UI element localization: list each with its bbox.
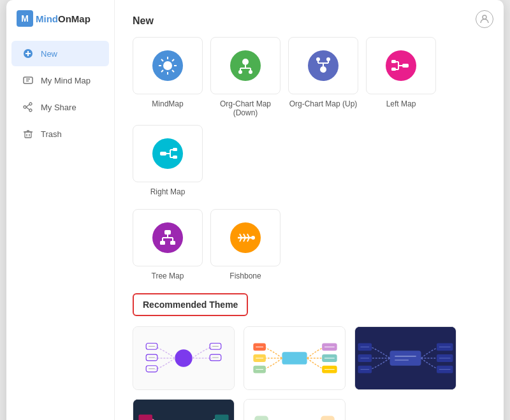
svg-rect-73 [282,352,307,365]
template-icon-wrap-tree-map [133,209,203,266]
svg-rect-3 [24,77,33,83]
svg-point-23 [249,70,252,74]
trash-icon [22,127,34,140]
fishbone-label: Fishbone [229,272,261,280]
template-card-right-map[interactable]: Right Map [133,125,203,196]
svg-point-17 [242,59,249,65]
left-map-icon [386,50,416,81]
sidebar-item-my-mind-map[interactable]: My Mind Map [11,68,109,93]
svg-rect-44 [173,156,177,159]
logo: M MindOnMap [6,10,114,40]
template-card-tree-map[interactable]: Tree Map [133,209,203,280]
section-new-title: New [133,15,486,27]
template-icon-wrap-org-up [288,37,358,94]
template-icon-wrap-fishbone [210,209,280,266]
svg-point-8 [24,106,26,108]
template-icon-wrap-right-map [133,125,203,182]
svg-point-6 [29,103,32,105]
recommended-theme-label: Recommended Theme [143,300,238,310]
right-map-icon [152,138,183,169]
org-down-icon [230,50,261,81]
template-card-left-map[interactable]: Left Map [366,37,436,117]
sidebar-item-trash[interactable]: Trash [11,121,109,147]
template-icon-wrap-org-down [210,37,280,94]
sidebar-item-trash-label: Trash [41,129,62,139]
svg-rect-87 [390,351,421,366]
svg-rect-106 [138,415,152,420]
sidebar-item-my-share[interactable]: My Share [11,94,109,120]
template-grid-row2: Tree Map [133,209,486,280]
theme-card-4[interactable] [133,399,235,420]
sidebar-item-new[interactable]: New [11,41,109,66]
org-up-label: Org-Chart Map (Up) [289,99,358,108]
left-map-label: Left Map [386,99,416,108]
right-map-label: Right Map [150,187,186,196]
svg-point-16 [163,61,172,70]
new-icon [22,47,34,60]
svg-point-7 [29,109,32,112]
logo-icon: M [17,10,33,27]
main-content: New [115,0,504,420]
org-down-label: Org-Chart Map (Down) [220,99,271,117]
svg-line-9 [26,105,29,107]
svg-rect-38 [160,152,166,156]
svg-point-22 [238,70,242,74]
svg-rect-50 [160,241,165,245]
mindmap-icon [152,50,183,81]
theme-card-3[interactable] [354,326,456,390]
org-up-icon [308,50,339,81]
svg-rect-36 [391,60,396,63]
mindmap-label: MindMap [152,99,183,108]
template-grid: MindMap [133,37,486,196]
sidebar-item-my-share-label: My Share [41,103,76,112]
template-card-org-down[interactable]: Org-Chart Map (Down) [210,37,280,117]
template-card-org-up[interactable]: Org-Chart Map (Up) [288,37,358,117]
svg-rect-31 [402,64,409,68]
tree-map-icon [152,222,183,253]
svg-point-61 [175,349,192,366]
recommended-theme-header: Recommended Theme [133,293,248,316]
my-mind-map-icon [22,74,34,87]
user-avatar[interactable] [476,10,493,28]
logo-text: MindOnMap [36,13,91,24]
tree-map-label: Tree Map [152,272,184,280]
template-card-mindmap[interactable]: MindMap [133,37,203,117]
svg-rect-11 [25,132,31,138]
fishbone-icon [230,222,261,253]
sidebar-item-my-mind-map-label: My Mind Map [41,76,91,85]
template-card-fishbone[interactable]: Fishbone [210,209,280,280]
theme-card-2[interactable] [244,326,346,390]
svg-point-29 [316,57,320,61]
svg-rect-43 [173,148,177,151]
theme-card-1[interactable] [133,326,235,390]
template-icon-wrap-left-map [366,37,436,94]
app-window: M MindOnMap New [6,0,504,420]
svg-line-10 [26,107,29,110]
svg-rect-51 [170,241,175,245]
sidebar-item-new-label: New [41,49,57,59]
svg-point-30 [326,57,330,61]
my-share-icon [22,101,34,113]
theme-card-5[interactable] [244,399,346,420]
sidebar: M MindOnMap New [6,0,115,420]
svg-rect-113 [254,416,268,420]
svg-rect-37 [391,68,396,71]
svg-rect-109 [215,415,229,420]
svg-rect-116 [321,416,335,420]
svg-point-119 [483,15,486,19]
svg-point-24 [320,66,326,73]
svg-rect-45 [164,230,171,235]
svg-point-59 [251,236,255,240]
template-icon-wrap-mindmap [133,37,203,94]
theme-grid [133,326,486,420]
